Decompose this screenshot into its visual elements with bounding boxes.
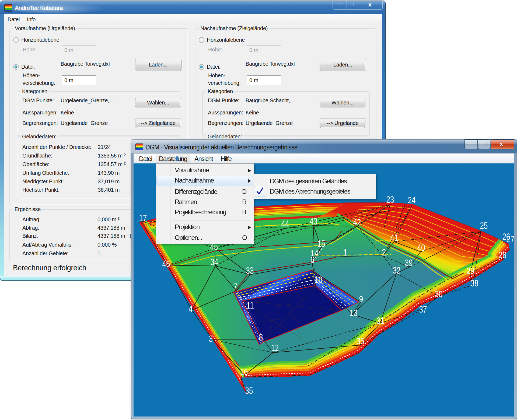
svg-text:40: 40: [417, 242, 425, 253]
svg-text:30: 30: [435, 289, 443, 299]
svg-text:14: 14: [311, 248, 319, 258]
svg-text:44: 44: [281, 218, 289, 229]
svg-text:43: 43: [310, 216, 317, 226]
svg-text:46: 46: [162, 258, 170, 269]
svg-text:41: 41: [390, 232, 398, 243]
svg-text:12: 12: [271, 342, 279, 353]
svg-text:2: 2: [382, 247, 386, 257]
svg-text:39: 39: [405, 257, 413, 268]
svg-text:9: 9: [359, 294, 363, 304]
svg-text:8: 8: [259, 332, 263, 342]
svg-text:24: 24: [408, 195, 416, 205]
svg-text:17: 17: [139, 213, 147, 223]
svg-text:35: 35: [245, 385, 253, 396]
svg-text:16: 16: [240, 366, 248, 377]
svg-text:31: 31: [377, 315, 385, 326]
svg-text:32: 32: [393, 265, 401, 275]
svg-text:15: 15: [317, 238, 325, 249]
svg-text:1: 1: [344, 247, 348, 257]
svg-text:27: 27: [507, 234, 515, 244]
svg-text:28: 28: [499, 250, 506, 260]
svg-text:10: 10: [315, 274, 323, 285]
svg-text:7: 7: [233, 281, 237, 292]
svg-text:36: 36: [357, 336, 364, 346]
svg-text:37: 37: [419, 304, 427, 314]
svg-text:33: 33: [246, 265, 254, 276]
svg-text:25: 25: [480, 220, 488, 231]
svg-text:13: 13: [350, 307, 358, 318]
svg-text:38: 38: [471, 278, 478, 288]
svg-text:3: 3: [209, 333, 213, 344]
svg-text:42: 42: [353, 217, 361, 227]
svg-text:11: 11: [246, 300, 254, 310]
svg-text:23: 23: [386, 194, 394, 205]
svg-text:34: 34: [211, 257, 218, 267]
svg-text:4: 4: [189, 303, 193, 314]
svg-text:29: 29: [467, 265, 474, 276]
